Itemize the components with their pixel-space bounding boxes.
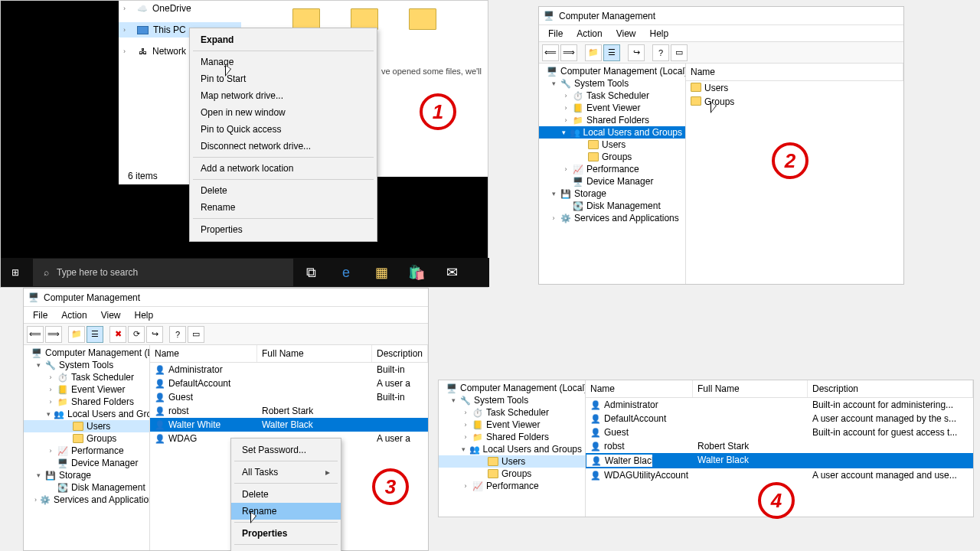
store-icon[interactable]: 🛍️ <box>399 258 434 287</box>
cm-add-network-location[interactable]: Add a network location <box>190 160 377 177</box>
cm-set-password[interactable]: Set Password... <box>231 442 341 458</box>
back-button[interactable]: ⟸ <box>27 326 44 343</box>
menu-view[interactable]: View <box>610 27 642 41</box>
cm-rename[interactable]: Rename <box>231 503 341 520</box>
menu-help[interactable]: Help <box>129 308 160 322</box>
col-name[interactable]: Name <box>686 64 903 80</box>
tree-event-viewer[interactable]: ›📒Event Viewer <box>24 383 149 396</box>
cm-properties[interactable]: Properties <box>231 525 341 542</box>
cm-rename[interactable]: Rename <box>190 199 377 216</box>
menu-help[interactable]: Help <box>644 27 675 41</box>
user-row[interactable]: robstRobert Stark <box>586 439 973 453</box>
tree-storage[interactable]: ▾💾Storage <box>24 469 149 481</box>
user-row[interactable]: DefaultAccountA user account managed by … <box>586 412 973 425</box>
rename-input[interactable]: Walter Black <box>605 455 653 466</box>
forward-button[interactable]: ⟹ <box>560 44 577 61</box>
cm-delete[interactable]: Delete <box>190 182 377 199</box>
export-button[interactable]: ↪ <box>628 44 645 61</box>
forward-button[interactable]: ⟹ <box>45 326 62 343</box>
tree-event-viewer[interactable]: ›📒Event Viewer <box>439 419 585 431</box>
tree-root[interactable]: 🖥️Computer Management (Local) <box>439 382 585 394</box>
col-fullname[interactable]: Full Name <box>257 345 372 362</box>
user-row[interactable]: AdministratorBuilt-in account for admini… <box>586 398 973 412</box>
user-row[interactable]: robstRobert Stark <box>150 404 428 418</box>
tree-device-manager[interactable]: 🖥️Device Manager <box>24 457 149 469</box>
export-button[interactable]: ↪ <box>146 326 163 343</box>
help-button[interactable]: ? <box>652 44 669 61</box>
tree-system-tools[interactable]: ▾🔧System Tools <box>24 359 149 371</box>
folder-icon[interactable] <box>351 8 378 30</box>
tree-storage[interactable]: ▾💾Storage <box>539 187 685 200</box>
cm-properties[interactable]: Properties <box>190 221 377 238</box>
up-button[interactable]: 📁 <box>68 326 85 343</box>
back-button[interactable]: ⟸ <box>542 44 559 61</box>
menu-view[interactable]: View <box>95 308 127 322</box>
tree-system-tools[interactable]: ▾🔧System Tools <box>439 394 585 406</box>
tree-task-scheduler[interactable]: ›⏱️Task Scheduler <box>24 371 149 383</box>
tree-device-manager[interactable]: 🖥️Device Manager <box>539 175 685 187</box>
tree-services[interactable]: ›⚙️Services and Applications <box>24 494 149 506</box>
col-desc[interactable]: Description <box>808 380 973 397</box>
tree-local-users-groups[interactable]: ▾👥Local Users and Groups <box>24 408 149 420</box>
task-view-icon[interactable]: ⧉ <box>293 258 328 287</box>
mail-icon[interactable]: ✉ <box>434 258 469 287</box>
delete-button[interactable]: ✖ <box>109 326 126 343</box>
user-row[interactable]: WDAGUtilityAccountA user account managed… <box>586 468 973 482</box>
refresh-button[interactable]: ⟳ <box>128 326 145 343</box>
menu-action[interactable]: Action <box>570 27 608 41</box>
folder-icon[interactable] <box>292 8 320 30</box>
cm-disconnect-drive[interactable]: Disconnect network drive... <box>190 138 377 155</box>
tree-shared-folders[interactable]: ›📁Shared Folders <box>539 114 685 126</box>
cm-delete[interactable]: Delete <box>231 486 341 503</box>
tree-onedrive[interactable]: ›☁️OneDrive <box>119 1 241 16</box>
tree-performance[interactable]: ›📈Performance <box>24 445 149 457</box>
user-row[interactable]: AdministratorBuilt-in <box>150 363 428 377</box>
folder-icon[interactable] <box>409 8 436 30</box>
user-row[interactable]: GuestBuilt-in account for guest access t… <box>586 425 973 439</box>
user-row-editing[interactable]: Walter BlackWalter Black <box>586 453 973 468</box>
cm-expand[interactable]: Expand <box>190 31 377 48</box>
tree-users[interactable]: Users <box>439 455 585 468</box>
col-desc[interactable]: Description <box>372 345 428 362</box>
cm-all-tasks[interactable]: All Tasks▸ <box>231 464 341 481</box>
tree-local-users-groups[interactable]: ▾👥Local Users and Groups <box>539 126 685 139</box>
tree-root[interactable]: 🖥️Computer Management (Local) <box>539 65 685 77</box>
list-item-users[interactable]: Users <box>686 81 903 95</box>
tree-disk-management[interactable]: 💽Disk Management <box>24 481 149 494</box>
col-fullname[interactable]: Full Name <box>693 380 808 397</box>
tree-groups[interactable]: Groups <box>539 151 685 163</box>
panel-button[interactable]: ▭ <box>188 326 204 343</box>
panel-button[interactable]: ▭ <box>671 44 688 61</box>
cm-pin-start[interactable]: Pin to Start <box>190 70 377 87</box>
menu-file[interactable]: File <box>27 308 54 322</box>
menu-action[interactable]: Action <box>55 308 93 322</box>
menu-file[interactable]: File <box>542 27 569 41</box>
tree-services[interactable]: ›⚙️Services and Applications <box>539 212 685 224</box>
tree-local-users-groups[interactable]: ▾👥Local Users and Groups <box>439 443 585 455</box>
edge-icon[interactable]: e <box>328 258 364 287</box>
user-row[interactable]: GuestBuilt-in <box>150 390 428 404</box>
cm-open-new-window[interactable]: Open in new window <box>190 104 377 121</box>
cm-map-drive[interactable]: Map network drive... <box>190 87 377 104</box>
tree-performance[interactable]: ›📈Performance <box>539 163 685 175</box>
tree-root[interactable]: 🖥️Computer Management (Local) <box>24 347 149 359</box>
start-button[interactable]: ⊞ <box>1 258 30 287</box>
cm-help[interactable]: Help <box>231 547 341 551</box>
tree-shared-folders[interactable]: ›📁Shared Folders <box>439 431 585 443</box>
tree-groups[interactable]: Groups <box>439 468 585 480</box>
cm-pin-quick-access[interactable]: Pin to Quick access <box>190 121 377 138</box>
tree-system-tools[interactable]: ▾🔧System Tools <box>539 77 685 90</box>
cm-manage[interactable]: Manage <box>190 54 377 70</box>
tree-performance[interactable]: ›📈Performance <box>439 480 585 492</box>
tree-users[interactable]: Users <box>539 139 685 151</box>
col-name[interactable]: Name <box>150 345 257 362</box>
tree-shared-folders[interactable]: ›📁Shared Folders <box>24 396 149 408</box>
tree-groups[interactable]: Groups <box>24 432 149 445</box>
up-button[interactable]: 📁 <box>585 44 602 61</box>
view-button[interactable]: ☰ <box>603 44 620 61</box>
tree-disk-management[interactable]: 💽Disk Management <box>539 200 685 212</box>
col-name[interactable]: Name <box>586 380 693 397</box>
tree-task-scheduler[interactable]: ›⏱️Task Scheduler <box>439 406 585 419</box>
tree-event-viewer[interactable]: ›📒Event Viewer <box>539 102 685 114</box>
tree-task-scheduler[interactable]: ›⏱️Task Scheduler <box>539 90 685 102</box>
